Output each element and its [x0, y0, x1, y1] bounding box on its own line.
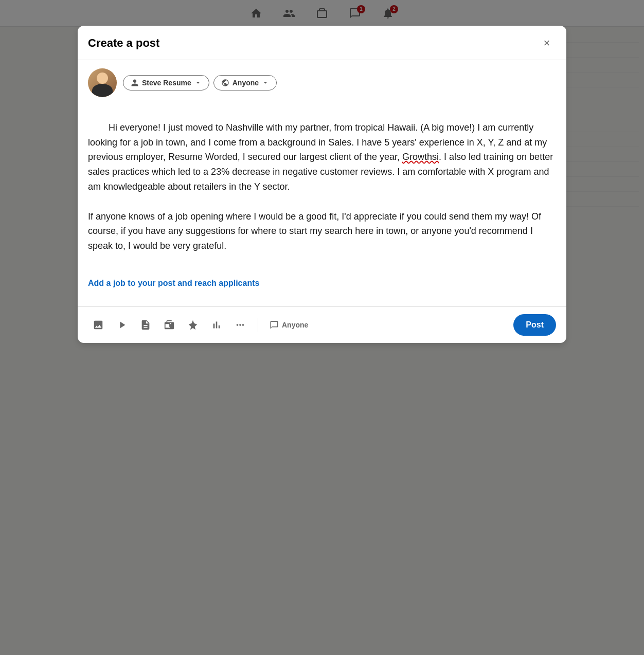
author-controls: Steve Resume Anyone: [123, 75, 277, 90]
post-text-content[interactable]: Hi everyone! I just moved to Nashville w…: [88, 105, 556, 268]
modal-backdrop: Create a post ×: [0, 0, 644, 655]
globe-icon: [221, 79, 229, 87]
poll-button[interactable]: [206, 315, 227, 335]
modal-body: Steve Resume Anyone: [78, 60, 566, 306]
footer-audience-label: Anyone: [282, 321, 308, 329]
celebrate-button[interactable]: [183, 315, 203, 335]
create-post-modal: Create a post ×: [78, 26, 566, 343]
poll-icon: [211, 319, 222, 331]
document-icon: [140, 319, 151, 331]
close-icon: ×: [544, 37, 550, 50]
person-icon: [131, 79, 139, 87]
audience-button[interactable]: Anyone: [213, 75, 277, 90]
briefcase-icon: [164, 319, 175, 331]
toolbar-icons: Anyone: [88, 315, 507, 335]
close-button[interactable]: ×: [538, 34, 556, 52]
document-button[interactable]: [135, 315, 156, 335]
audience-chevron-icon: [262, 79, 269, 86]
modal-footer: Anyone Post: [78, 306, 566, 343]
more-icon: [235, 319, 246, 331]
add-job-link[interactable]: Add a job to your post and reach applica…: [88, 279, 556, 288]
celebrate-icon: [187, 319, 199, 331]
post-button[interactable]: Post: [513, 314, 556, 336]
footer-audience-button[interactable]: Anyone: [265, 317, 312, 333]
author-row: Steve Resume Anyone: [88, 68, 556, 97]
photo-icon: [93, 319, 104, 331]
avatar-image: [88, 68, 117, 97]
video-icon: [116, 319, 128, 331]
chevron-down-icon: [194, 79, 202, 86]
author-name-button[interactable]: Steve Resume: [123, 75, 209, 90]
video-button[interactable]: [112, 315, 132, 335]
post-text-spellcheck: Growthsi: [402, 152, 439, 162]
photo-button[interactable]: [88, 315, 109, 335]
modal-header: Create a post ×: [78, 26, 566, 60]
avatar: [88, 68, 117, 97]
audience-label: Anyone: [232, 79, 259, 87]
more-button[interactable]: [230, 315, 251, 335]
toolbar-divider: [258, 318, 258, 332]
post-text-paragraph2: If anyone knows of a job opening where I…: [88, 211, 544, 251]
comment-globe-icon: [270, 320, 279, 330]
job-button[interactable]: [159, 315, 180, 335]
author-name-label: Steve Resume: [142, 79, 191, 87]
modal-title: Create a post: [88, 37, 159, 50]
